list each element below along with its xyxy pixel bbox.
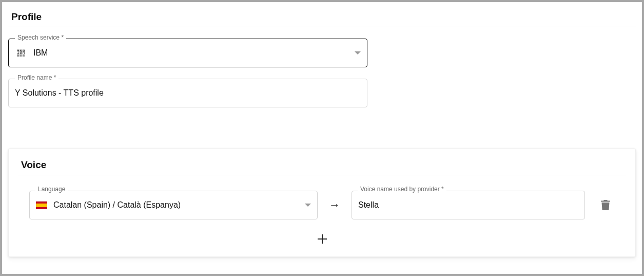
- speech-service-field[interactable]: Speech service * ≡≡≡IBM≡≡≡ IBM: [8, 39, 367, 67]
- language-label: Language: [35, 186, 68, 192]
- ibm-logo-icon: ≡≡≡IBM≡≡≡: [15, 49, 27, 58]
- language-value: Catalan (Spain) / Català (Espanya): [53, 200, 299, 210]
- voice-row: Language Catalan (Spain) / Català (Espan…: [18, 191, 626, 219]
- voice-name-input[interactable]: [358, 200, 578, 210]
- profile-name-label: Profile name *: [15, 75, 58, 81]
- voice-section-title: Voice: [18, 159, 626, 171]
- plus-icon: [318, 234, 327, 244]
- add-voice-row: [18, 230, 626, 248]
- arrow-right-icon: →: [329, 198, 340, 212]
- voice-name-field[interactable]: Voice name used by provider *: [352, 191, 585, 219]
- chevron-down-icon: [355, 51, 361, 54]
- divider: [18, 175, 626, 175]
- profile-section-title: Profile: [8, 11, 636, 23]
- speech-service-value: IBM: [33, 48, 348, 58]
- page-container: Profile Speech service * ≡≡≡IBM≡≡≡ IBM P…: [2, 2, 642, 274]
- divider: [8, 27, 636, 27]
- language-field[interactable]: Language Catalan (Spain) / Català (Espan…: [29, 191, 318, 219]
- profile-name-input[interactable]: [15, 88, 361, 98]
- trash-icon: [601, 200, 610, 210]
- voice-name-label: Voice name used by provider *: [358, 186, 446, 192]
- chevron-down-icon: [305, 204, 311, 207]
- voice-section: Voice Language Catalan (Spain) / Català …: [8, 149, 636, 257]
- delete-voice-button[interactable]: [596, 196, 615, 214]
- add-voice-button[interactable]: [313, 230, 331, 248]
- profile-section: Profile Speech service * ≡≡≡IBM≡≡≡ IBM P…: [8, 11, 636, 107]
- profile-name-field[interactable]: Profile name *: [8, 79, 367, 107]
- flag-spain-icon: [36, 201, 47, 209]
- speech-service-label: Speech service *: [15, 34, 66, 41]
